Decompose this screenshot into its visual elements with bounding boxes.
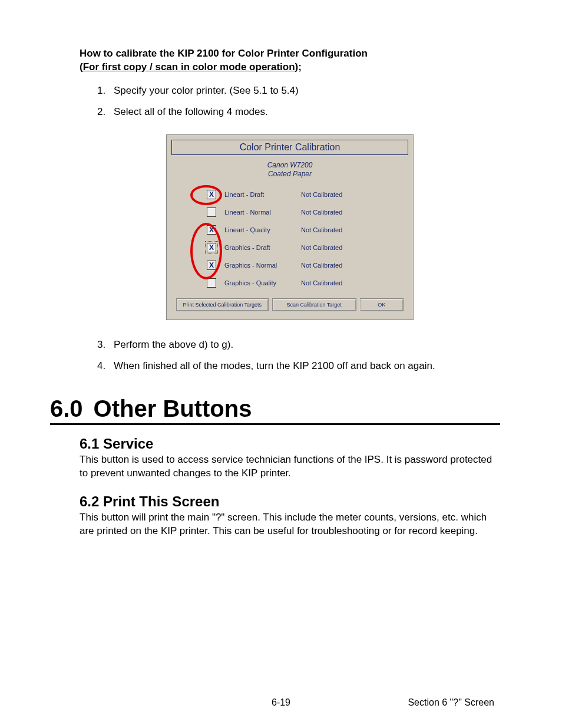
mode-status: Not Calibrated xyxy=(301,209,366,216)
checkbox-lineart-normal[interactable] xyxy=(207,207,216,217)
list-item: 2. Select all of the following 4 modes. xyxy=(97,106,500,118)
checkbox-graphics-normal[interactable]: X xyxy=(207,261,216,270)
mode-status: Not Calibrated xyxy=(301,279,366,286)
mode-row: Lineart - Normal Not Calibrated xyxy=(183,207,396,217)
mode-row: X Lineart - Quality Not Calibrated xyxy=(183,225,396,235)
dialog-subtitle: Canon W7200 Coated Paper xyxy=(171,161,408,179)
mode-label: Lineart - Quality xyxy=(224,226,301,233)
subsection-heading: 6.1 Service xyxy=(80,436,500,452)
dialog-printer-name: Canon W7200 xyxy=(267,161,313,169)
dialog-title: Color Printer Calibration xyxy=(171,140,408,155)
list-text: Specify your color printer. (See 5.1 to … xyxy=(114,85,299,97)
body-text: This button is used to access service te… xyxy=(80,453,500,480)
steps-bottom-list: 3. Perform the above d) to g). 4. When f… xyxy=(97,339,500,372)
calibration-dialog: Color Printer Calibration Canon W7200 Co… xyxy=(166,134,414,320)
list-item: 3. Perform the above d) to g). xyxy=(97,339,500,351)
list-num: 1. xyxy=(97,85,114,97)
list-item: 4. When finished all of the modes, turn … xyxy=(97,360,500,372)
mode-label: Lineart - Draft xyxy=(224,191,301,198)
checkbox-graphics-quality[interactable] xyxy=(207,278,216,288)
scan-target-button[interactable]: Scan Calibration Target xyxy=(272,298,356,311)
footer-section: Section 6 "?" Screen xyxy=(408,697,494,708)
list-text: When finished all of the modes, turn the… xyxy=(114,360,435,372)
steps-top-list: 1. Specify your color printer. (See 5.1 … xyxy=(97,85,500,118)
intro-line2b: ); xyxy=(295,61,302,73)
list-num: 2. xyxy=(97,106,114,118)
page-number: 6-19 xyxy=(272,697,290,708)
mode-row: X Graphics - Draft Not Calibrated xyxy=(183,243,396,252)
mode-label: Graphics - Draft xyxy=(224,244,301,251)
section-heading: 6.0Other Buttons xyxy=(50,396,500,425)
mode-row: X Lineart - Draft Not Calibrated xyxy=(183,190,396,199)
list-num: 4. xyxy=(97,360,114,372)
intro-line2-underline: For first copy / scan in color mode oper… xyxy=(83,61,295,73)
intro-line1: How to calibrate the KIP 2100 for Color … xyxy=(80,48,368,59)
mode-label: Lineart - Normal xyxy=(224,209,301,216)
intro-heading: How to calibrate the KIP 2100 for Color … xyxy=(80,47,500,74)
mode-status: Not Calibrated xyxy=(301,191,366,198)
checkbox-graphics-draft[interactable]: X xyxy=(207,243,216,252)
mode-label: Graphics - Normal xyxy=(224,262,301,269)
mode-row: X Graphics - Normal Not Calibrated xyxy=(183,261,396,270)
list-text: Select all of the following 4 modes. xyxy=(114,106,268,118)
mode-status: Not Calibrated xyxy=(301,262,366,269)
body-text: This button will print the main "?" scre… xyxy=(80,511,500,538)
dialog-paper-type: Coated Paper xyxy=(268,170,312,178)
checkbox-lineart-quality[interactable]: X xyxy=(207,225,216,235)
mode-row: Graphics - Quality Not Calibrated xyxy=(183,278,396,288)
mode-label: Graphics - Quality xyxy=(224,279,301,286)
list-num: 3. xyxy=(97,339,114,351)
list-item: 1. Specify your color printer. (See 5.1 … xyxy=(97,85,500,97)
dialog-button-row: Print Selected Calibration Targets Scan … xyxy=(171,298,408,311)
print-targets-button[interactable]: Print Selected Calibration Targets xyxy=(176,298,269,311)
mode-status: Not Calibrated xyxy=(301,244,366,251)
ok-button[interactable]: OK xyxy=(360,298,404,311)
list-text: Perform the above d) to g). xyxy=(114,339,233,351)
mode-list: X Lineart - Draft Not Calibrated Lineart… xyxy=(171,190,408,288)
checkbox-lineart-draft[interactable]: X xyxy=(207,190,216,199)
subsection-heading: 6.2 Print This Screen xyxy=(80,493,500,510)
section-title: Other Buttons xyxy=(94,396,252,421)
mode-status: Not Calibrated xyxy=(301,226,366,233)
section-num: 6.0 xyxy=(50,396,83,421)
